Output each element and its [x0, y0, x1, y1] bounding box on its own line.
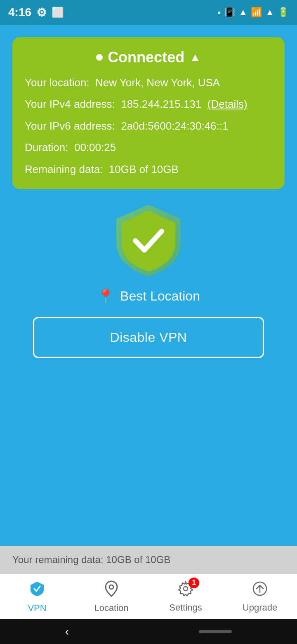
- duration-row: Duration: 00:00:25: [25, 140, 272, 155]
- ipv6-label: Your IPv6 address:: [25, 120, 115, 132]
- system-nav-bar: ‹: [0, 619, 297, 644]
- svg-point-1: [184, 587, 188, 591]
- connected-card: Connected ▲ Your location: New York, New…: [12, 37, 285, 189]
- upgrade-nav-icon: [252, 581, 268, 600]
- bottom-nav: VPN Location 1 Settings: [0, 574, 297, 619]
- shield-icon: [111, 201, 186, 280]
- settings-nav-icon: 1: [178, 581, 193, 600]
- location-nav-icon: [104, 580, 119, 600]
- nav-item-location[interactable]: Location: [74, 580, 148, 613]
- ipv4-value: 185.244.215.131: [121, 98, 201, 110]
- duration-value: 00:00:25: [74, 141, 116, 154]
- connected-dot: [96, 54, 103, 61]
- ipv4-details-link[interactable]: (Details): [207, 98, 248, 110]
- disable-vpn-button[interactable]: Disable VPN: [33, 317, 264, 358]
- ipv6-value: 2a0d:5600:24:30:46::1: [121, 120, 228, 132]
- location-label: Your location:: [25, 76, 90, 89]
- shield-container: [111, 201, 186, 280]
- wifi-icon: ▲: [238, 7, 248, 18]
- location-value: New York, New York, USA: [95, 76, 220, 89]
- vibrate-icon: 📳: [224, 7, 235, 18]
- chevron-up-icon[interactable]: ▲: [189, 51, 201, 64]
- best-location[interactable]: 📍 Best Location: [97, 288, 200, 305]
- nav-location-label: Location: [94, 603, 128, 613]
- remaining-data-row: Remaining data: 10GB of 10GB: [25, 162, 272, 177]
- duration-label: Duration:: [25, 141, 68, 154]
- remaining-data-value: 10GB of 10GB: [109, 163, 179, 175]
- back-button[interactable]: ‹: [65, 625, 69, 638]
- status-bar: 4:16 ⚙ ⬜ ● 📳 ▲ 📶 ▲ 🔋: [0, 0, 297, 25]
- nav-settings-label: Settings: [169, 602, 202, 613]
- dot-icon: ●: [217, 9, 221, 16]
- main-content: Connected ▲ Your location: New York, New…: [0, 25, 297, 358]
- nav-item-settings[interactable]: 1 Settings: [148, 581, 223, 613]
- ipv4-label: Your IPv4 address:: [25, 98, 115, 110]
- remaining-data-label: Remaining data:: [25, 163, 103, 175]
- nav-upgrade-label: Upgrade: [243, 602, 277, 613]
- data-info-text: Your remaining data: 10GB of 10GB: [12, 554, 170, 565]
- ipv4-row: Your IPv4 address: 185.244.215.131 (Deta…: [25, 97, 272, 111]
- connected-title: Connected: [108, 49, 184, 66]
- connected-header: Connected ▲: [25, 49, 272, 66]
- location-pin-icon: 📍: [97, 288, 114, 305]
- status-left: 4:16 ⚙ ⬜: [8, 6, 64, 19]
- best-location-label: Best Location: [120, 289, 200, 304]
- data-info-bar: Your remaining data: 10GB of 10GB: [0, 546, 297, 574]
- settings-badge: 1: [189, 578, 199, 588]
- nav-item-vpn[interactable]: VPN: [0, 580, 74, 613]
- ipv6-row: Your IPv6 address: 2a0d:5600:24:30:46::1: [25, 118, 272, 133]
- svg-point-0: [109, 585, 113, 589]
- nav-vpn-label: VPN: [28, 603, 46, 613]
- signal-icon: ▲: [265, 7, 274, 18]
- status-time: 4:16: [8, 6, 31, 19]
- status-right: ● 📳 ▲ 📶 ▲ 🔋: [217, 7, 289, 18]
- battery-icon: 🔋: [278, 7, 289, 18]
- screen-record-icon: ⬜: [52, 7, 64, 18]
- home-indicator[interactable]: [199, 630, 232, 633]
- nav-item-upgrade[interactable]: Upgrade: [223, 581, 297, 613]
- gear-icon: ⚙: [36, 6, 47, 19]
- location-row: Your location: New York, New York, USA: [25, 75, 272, 90]
- wifi-signal-icon: 📶: [251, 7, 262, 18]
- vpn-shield-icon: [29, 580, 45, 600]
